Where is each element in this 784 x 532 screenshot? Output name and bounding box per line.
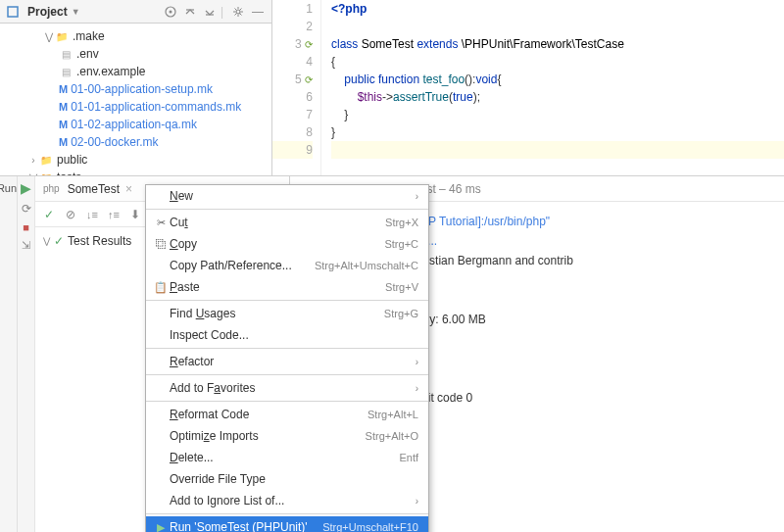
rerun-failed-icon[interactable]: ⟳ <box>22 202 31 216</box>
hide-icon[interactable]: — <box>250 4 266 20</box>
cut-icon: ✂ <box>152 217 170 229</box>
menu-add-favorites[interactable]: Add to Favorites› <box>146 377 428 399</box>
menu-copy-path[interactable]: Copy Path/Reference...Strg+Alt+Umschalt+… <box>146 255 428 276</box>
stop-icon[interactable]: ■ <box>23 221 29 233</box>
pin-icon[interactable]: ⇲ <box>22 239 30 252</box>
menu-override[interactable]: Override File Type <box>146 468 428 490</box>
settings-icon[interactable] <box>230 4 246 20</box>
svg-rect-0 <box>8 7 18 17</box>
check-icon: ✓ <box>54 234 64 248</box>
tree-file-mk-3[interactable]: M01-02-application-qa.mk <box>0 116 271 133</box>
project-title: Project <box>27 5 68 19</box>
menu-copy[interactable]: ⿻CopyStrg+C <box>146 233 428 255</box>
menu-find-usages[interactable]: Find UsagesStrg+G <box>146 303 428 324</box>
menu-cut[interactable]: ✂CutStrg+X <box>146 212 428 233</box>
menu-refactor[interactable]: Refactor› <box>146 351 428 372</box>
php-tab-icon: php <box>43 183 60 194</box>
close-tab-icon[interactable]: × <box>125 182 132 196</box>
menu-paste[interactable]: 📋PasteStrg+V <box>146 276 428 298</box>
tree-file-mk-2[interactable]: M01-01-application-commands.mk <box>0 98 271 116</box>
run-tab-label[interactable]: Run: <box>0 176 18 532</box>
project-icon <box>6 5 20 19</box>
tree-folder-make[interactable]: ⋁📁.make <box>0 27 271 45</box>
code-editor[interactable]: 1 2 3 ⟳ 4 5 ⟳ 6 7 8 9 <?php class SomeTe… <box>272 0 784 175</box>
run-gutter-icon[interactable]: ⟳ <box>305 39 313 50</box>
copy-icon: ⿻ <box>152 238 170 250</box>
tree-file-mk-4[interactable]: M02-00-docker.mk <box>0 133 271 151</box>
tree-file-mk-1[interactable]: M01-00-application-setup.mk <box>0 80 271 98</box>
collapse-all-icon[interactable] <box>202 4 218 20</box>
dropdown-icon[interactable]: ▼ <box>72 7 80 17</box>
menu-inspect[interactable]: Inspect Code... <box>146 324 428 346</box>
show-ignored-icon[interactable]: ⊘ <box>61 205 80 224</box>
project-tree: ⋁📁.make ▤.env ▤.env.example M01-00-appli… <box>0 24 271 175</box>
run-tab-name[interactable]: SomeTest <box>68 182 120 196</box>
rerun-icon[interactable]: ▶ <box>21 180 31 196</box>
menu-delete[interactable]: Delete...Entf <box>146 447 428 468</box>
editor-gutter: 1 2 3 ⟳ 4 5 ⟳ 6 7 8 9 <box>272 0 321 175</box>
menu-ignore[interactable]: Add to Ignore List of...› <box>146 490 428 511</box>
run-gutter-icon[interactable]: ⟳ <box>305 74 313 85</box>
context-menu: New› ✂CutStrg+X ⿻CopyStrg+C Copy Path/Re… <box>145 184 429 532</box>
paste-icon: 📋 <box>152 281 170 294</box>
import-icon[interactable]: ⬇ <box>125 205 145 224</box>
select-opened-icon[interactable] <box>163 4 178 20</box>
menu-optimize[interactable]: Optimize ImportsStrg+Alt+O <box>146 425 428 447</box>
run-icon: ▶ <box>152 521 170 533</box>
show-passed-icon[interactable]: ✓ <box>39 205 59 224</box>
menu-run[interactable]: ▶Run 'SomeTest (PHPUnit)'Strg+Umschalt+F… <box>146 516 428 532</box>
tree-folder-public[interactable]: ›📁public <box>0 151 271 169</box>
tree-folder-tests[interactable]: ⋁📁tests <box>0 169 271 175</box>
expand-all-icon[interactable] <box>182 4 198 20</box>
run-side-toolbar: ▶ ⟳ ■ ⇲ <box>18 176 35 532</box>
menu-new[interactable]: New› <box>146 185 428 207</box>
menu-reformat[interactable]: Reformat CodeStrg+Alt+L <box>146 404 428 425</box>
svg-point-3 <box>236 10 240 14</box>
tree-file-env[interactable]: ▤.env <box>0 45 271 63</box>
code-area[interactable]: <?php class SomeTest extends \PHPUnit\Fr… <box>321 0 784 175</box>
svg-point-2 <box>169 10 172 13</box>
project-tool-window: Project ▼ | — ⋁📁.make ▤.env ▤.env.exampl… <box>0 0 272 175</box>
expand-icon[interactable]: ↑≡ <box>104 205 123 224</box>
tree-file-env-example[interactable]: ▤.env.example <box>0 63 271 80</box>
sort-icon[interactable]: ↓≡ <box>82 205 102 224</box>
